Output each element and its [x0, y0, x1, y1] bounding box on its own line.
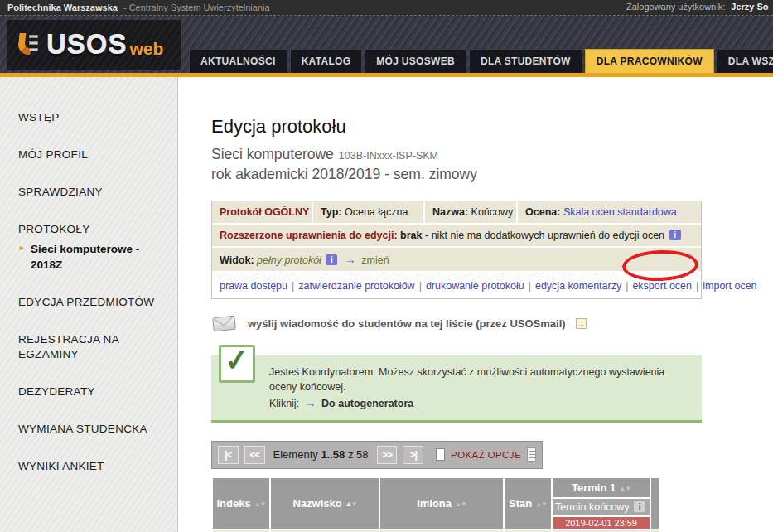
view-value: pełny protokół — [257, 254, 321, 266]
permissions-note: - nikt nie ma dodatkowych uprawnień do e… — [425, 230, 664, 241]
institution-name: Politechnika Warszawska — [7, 2, 118, 12]
coordinator-action-line: Kliknij: → Do autogeneratora — [269, 394, 690, 411]
sidebar-item-rejestracja[interactable]: REJESTRACJA NA EGZAMINY — [18, 332, 166, 364]
sidebar-item-protokoly[interactable]: PROTOKOŁY — [18, 222, 166, 238]
link-eksport-ocen[interactable]: eksport ocen — [632, 280, 692, 292]
elements-range: 1..58 — [321, 448, 345, 461]
column-header-stan[interactable]: Stan▲▼ — [505, 478, 551, 529]
header-label: Indeks — [216, 497, 250, 510]
link-prawa-dostepu[interactable]: prawa dostępu — [220, 280, 287, 292]
header-label: Imiona — [417, 497, 452, 510]
sidebar-item-wstep[interactable]: WSTĘP — [18, 110, 166, 126]
column-header-imiona[interactable]: Imiona▲▼ — [380, 478, 503, 529]
link-drukowanie[interactable]: drukowanie protokołu — [426, 280, 524, 292]
prev-page-button[interactable]: << — [244, 446, 265, 464]
last-page-button[interactable]: >| — [403, 446, 423, 464]
tab-moj-usosweb[interactable]: MÓJ USOSWEB — [365, 49, 466, 73]
ocena-label: Ocena: — [525, 206, 560, 218]
protocol-info-row-1: Protokół OGÓLNY Typ: Ocena łączna Nazwa:… — [212, 201, 701, 223]
sort-arrows-icon[interactable]: ▲▼ — [254, 501, 266, 508]
link-edycja-komentarzy[interactable]: edycja komentarzy — [535, 280, 621, 292]
column-header-nazwisko[interactable]: Nazwisko▲▼ — [271, 478, 379, 529]
triangle-bullet-icon: ► — [18, 241, 26, 273]
permissions-label: Rozszerzone uprawnienia do edycji: — [220, 230, 398, 241]
info-icon[interactable]: i — [326, 254, 337, 265]
column-header-termin1[interactable]: Termin 1▲▼ — [553, 478, 650, 497]
link-import-ocen[interactable]: import ocen — [703, 280, 756, 292]
sort-arrows-icon[interactable]: ▲▼ — [345, 501, 357, 508]
logged-user-label: Zalogowany użytkownik: — [626, 2, 725, 12]
system-name: - Centralny System Uwierzytelniania — [123, 2, 270, 12]
send-message-link[interactable]: wyślij wiadomość do studentów na tej liś… — [211, 313, 773, 333]
protocol-permissions-row: Rozszerzone uprawnienia do edycji: brak … — [212, 225, 701, 246]
envelope-icon — [210, 312, 239, 334]
course-line: Sieci komputerowe103B-INxxx-ISP-SKM — [211, 146, 773, 163]
course-name: Sieci komputerowe — [211, 146, 334, 162]
autogenerator-link[interactable]: Do autogeneratora — [321, 398, 413, 409]
main-content: Edycja protokołu Sieci komputerowe103B-I… — [178, 77, 773, 532]
usosweb-logo[interactable]: USOS web — [7, 20, 181, 70]
link-separator: | — [626, 280, 628, 292]
type-label: Typ: — [321, 206, 341, 218]
sidebar-item-wyniki-ankiet[interactable]: WYNIKI ANKIET — [18, 459, 166, 475]
protocol-type-cell: Typ: Ocena łączna — [313, 201, 423, 223]
nazwa-value: Końcowy — [471, 206, 514, 218]
institution-line: Politechnika Warszawska - Centralny Syst… — [7, 2, 270, 12]
link-separator: | — [696, 280, 698, 292]
tab-katalog[interactable]: KATALOG — [290, 49, 363, 73]
header-label: Nazwisko — [292, 497, 341, 510]
sort-arrows-icon[interactable]: ▲▼ — [535, 501, 547, 508]
sort-arrows-icon[interactable]: ▲▼ — [619, 485, 630, 492]
click-label: Kliknij: — [269, 398, 299, 409]
change-view-link[interactable]: zmień — [361, 254, 389, 266]
sort-arrows-icon[interactable]: ▲▼ — [455, 501, 466, 508]
sidebar-item-dezyderaty[interactable]: DEZYDERATY — [18, 384, 166, 400]
next-page-button[interactable]: >> — [377, 446, 398, 464]
protocol-info-box: Protokół OGÓLNY Typ: Ocena łączna Nazwa:… — [211, 201, 702, 299]
info-icon[interactable]: i — [669, 230, 681, 240]
nazwa-label: Nazwa: — [432, 206, 468, 218]
link-zatwierdzanie[interactable]: zatwierdzanie protokołów — [298, 280, 414, 292]
sidebar-item-edycja-przedmiotow[interactable]: EDYCJA PRZEDMIOTÓW — [18, 295, 166, 311]
top-auth-bar: Politechnika Warszawska - Centralny Syst… — [0, 0, 773, 16]
go-arrow-icon: → — [576, 318, 587, 329]
link-separator: | — [292, 280, 294, 292]
elements-range-text: Elementy 1..58 z 58 — [273, 448, 369, 461]
tab-dla-pracownikow[interactable]: DLA PRACOWNIKÓW — [585, 49, 714, 73]
show-options-checkbox[interactable] — [436, 448, 445, 461]
grade-scale-link[interactable]: Skala ocen standardowa — [563, 206, 677, 218]
column-header-indeks[interactable]: Indeks▲▼ — [213, 478, 269, 529]
column-header-filler — [651, 478, 659, 529]
sidebar-item-wymiana[interactable]: WYMIANA STUDENCKA — [18, 422, 166, 438]
coordinator-notice-box: ✓ Jesteś Koordynatorem. Możesz skorzysta… — [211, 355, 702, 423]
link-separator: | — [529, 280, 531, 292]
header-label: Termin 1 — [572, 481, 616, 494]
info-icon[interactable]: i — [634, 501, 645, 512]
page-title: Edycja protokołu — [211, 116, 773, 138]
view-label: Widok: — [220, 254, 254, 266]
logo-text-usos: USOS — [46, 29, 128, 60]
usos-logo-icon — [18, 31, 40, 58]
students-table: Indeks▲▼ Nazwisko▲▼ Imiona▲▼ Stan▲▼ Term… — [211, 476, 660, 532]
tab-aktualnosci[interactable]: AKTUALNOŚCI — [189, 49, 287, 73]
send-message-label: wyślij wiadomość do studentów na tej liś… — [248, 317, 566, 330]
link-separator: | — [419, 280, 422, 292]
tab-dla-wszystkich[interactable]: DLA WSZYSTKICH — [717, 49, 773, 73]
elements-total: 58 — [356, 448, 368, 461]
sidebar-subitem-label: Sieci komputerowe - 2018Z — [31, 241, 155, 273]
app-header: USOS web AKTUALNOŚCI KATALOG MÓJ USOSWEB… — [0, 16, 773, 73]
sidebar-subitem-protocol[interactable]: ► Sieci komputerowe - 2018Z — [18, 241, 166, 273]
term-line: rok akademicki 2018/2019 - sem. zimowy — [211, 166, 773, 183]
sidebar-item-moj-profil[interactable]: MÓJ PROFIL — [18, 148, 166, 163]
type-value: Ocena łączna — [345, 206, 408, 218]
pagination-bar: |< << Elementy 1..58 z 58 >> >| POKAŻ OP… — [211, 441, 543, 469]
export-spreadsheet-icon[interactable] — [527, 447, 536, 462]
coordinator-notice-text: Jesteś Koordynatorem. Możesz skorzystać … — [269, 365, 690, 394]
logged-user-line: Zalogowany użytkownik: Jerzy So — [626, 2, 769, 12]
show-options-label[interactable]: POKAŻ OPCJE — [451, 450, 521, 460]
sidebar-nav: WSTĘP MÓJ PROFIL SPRAWDZIANY PROTOKOŁY ►… — [0, 77, 178, 532]
first-page-button[interactable]: |< — [218, 446, 239, 464]
logged-user-name: Jerzy So — [731, 2, 768, 12]
sidebar-item-sprawdziany[interactable]: SPRAWDZIANY — [18, 185, 166, 201]
tab-dla-studentow[interactable]: DLA STUDENTÓW — [469, 49, 582, 73]
